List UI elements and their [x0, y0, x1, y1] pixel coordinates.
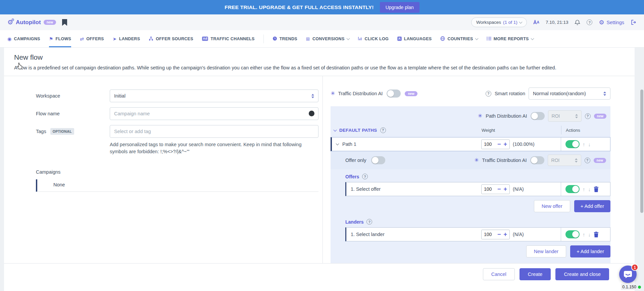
path-tdai-metric-value: ROI — [551, 158, 560, 163]
nav-languages[interactable]: A LANGUAGES — [397, 30, 432, 47]
upgrade-plan-button[interactable]: Upgrade plan — [380, 2, 419, 13]
help-icon[interactable]: ? — [587, 19, 592, 25]
lander-select-label[interactable]: 1. Select lander — [351, 232, 385, 237]
nav-offers[interactable]: ⇄ OFFERS — [80, 30, 104, 47]
new-offer-button[interactable]: New offer — [534, 200, 570, 212]
offers-help-icon[interactable]: ? — [362, 174, 368, 179]
lander-enabled-toggle[interactable] — [565, 230, 580, 238]
flows-flag-icon: ⚑ — [49, 37, 53, 41]
add-offer-button[interactable]: + Add offer — [574, 200, 610, 212]
nav-traffic-channels[interactable]: Ad TRAFFIC CHANNELS — [202, 30, 255, 47]
move-up-icon[interactable]: ↑ — [583, 142, 585, 147]
path-weight-input[interactable] — [484, 141, 495, 147]
weight-minus-button[interactable]: − — [497, 186, 501, 192]
offer-enabled-toggle[interactable] — [565, 185, 580, 193]
weight-plus-button[interactable]: + — [504, 231, 507, 237]
brand[interactable]: ⚙⚙ Autopilot new — [7, 19, 56, 26]
flow-name-input[interactable] — [110, 107, 318, 120]
page-scrollbar[interactable] — [640, 90, 643, 213]
nav-landers[interactable]: ➤ LANDERS — [113, 30, 140, 47]
path-enabled-toggle[interactable] — [565, 140, 580, 148]
nav-flows[interactable]: ⚑ FLOWS — [49, 30, 71, 47]
bookmark-icon[interactable] — [62, 19, 67, 26]
new-lander-button[interactable]: New lander — [526, 245, 566, 257]
title-section: New flow A flow is a predefined set of c… — [4, 48, 635, 76]
nav-campaigns[interactable]: ◉ CAMPAIGNS — [7, 30, 40, 47]
offer-only-toggle[interactable] — [371, 156, 385, 164]
landers-title: Landers — [345, 219, 363, 225]
path-tdai-toggle[interactable] — [530, 156, 544, 164]
default-paths-help-icon[interactable]: ? — [380, 127, 386, 133]
create-and-close-button[interactable]: Create and close — [555, 268, 609, 280]
path-weight-group: − + — [481, 139, 510, 149]
offer-weight-percent: (N/A) — [513, 186, 524, 192]
weight-plus-button[interactable]: + — [504, 141, 507, 147]
landers-help-icon[interactable]: ? — [366, 219, 372, 225]
move-up-icon[interactable]: ↑ — [583, 232, 585, 237]
create-button[interactable]: Create — [519, 268, 551, 280]
nav-offer-sources[interactable]: OFFER SOURCES — [149, 30, 193, 47]
pdai-toggle[interactable] — [531, 112, 545, 120]
app-header: ⚙⚙ Autopilot new Workspaces (1 of 1) ĀA … — [0, 14, 644, 30]
path-row[interactable]: Path 1 − + (100.00%) ↑ ↓ — [331, 137, 610, 151]
notifications-bell-icon[interactable] — [575, 19, 580, 25]
logout-icon[interactable] — [631, 19, 637, 25]
default-paths-title-group[interactable]: DEFAULT PATHS ? — [334, 127, 386, 133]
move-up-icon[interactable]: ↑ — [583, 187, 585, 192]
smart-rotation-label: Smart rotation — [495, 91, 525, 96]
chevron-down-icon — [346, 37, 350, 40]
content-columns: Workspace Initial Flow name Tags — [4, 76, 635, 263]
weight-column-header: Weight — [482, 128, 495, 133]
select-stepper-icon — [603, 92, 606, 96]
workspace-select[interactable]: Initial — [110, 90, 318, 102]
offers-shuffle-icon: ⇄ — [80, 37, 84, 41]
delete-offer-trash-icon[interactable] — [594, 186, 599, 192]
add-lander-button[interactable]: + Add lander — [570, 245, 610, 257]
tags-optional-badge: OPTIONAL — [50, 128, 74, 135]
move-down-icon[interactable]: ↓ — [588, 187, 591, 192]
offer-only-row: Offer only ✳ Traffic Distribution AI ROI… — [331, 151, 610, 169]
weight-minus-button[interactable]: − — [497, 231, 501, 237]
path-tdai-help-icon[interactable]: ? — [585, 158, 590, 163]
pdai-metric-value: ROI — [552, 113, 560, 119]
settings-gear-icon[interactable]: ⚙ — [599, 19, 604, 25]
offer-select-label[interactable]: 1. Select offer — [351, 186, 381, 192]
nav-countries[interactable]: COUNTRIES — [440, 30, 478, 47]
landers-section-header: Landers ? — [331, 213, 610, 227]
lander-weight-input[interactable] — [484, 232, 495, 237]
languages-icon: A — [397, 37, 402, 41]
pdai-metric-select[interactable]: ROI — [548, 110, 582, 122]
nav-trends[interactable]: TRENDS — [273, 30, 297, 47]
tags-input[interactable] — [110, 125, 318, 138]
tdai-toggle[interactable] — [387, 90, 401, 98]
move-down-icon[interactable]: ↓ — [588, 142, 591, 147]
conversions-grid-icon: ⊞ — [306, 37, 310, 41]
offer-weight-input[interactable] — [484, 186, 495, 192]
workspaces-selector[interactable]: Workspaces (1 of 1) — [471, 17, 527, 27]
tags-help-text: Add personalized tags to make your searc… — [110, 141, 314, 155]
pdai-help-icon[interactable]: ? — [585, 113, 591, 119]
default-paths-title: DEFAULT PATHS — [339, 128, 377, 133]
banner-message: FREE TRIAL. UPGRADE & GET FULL ACCESS IN… — [225, 4, 374, 10]
nav-more-reports[interactable]: MORE REPORTS — [487, 30, 534, 47]
chevron-down-icon — [475, 37, 478, 40]
collapse-chevron-icon — [334, 128, 337, 132]
cancel-button[interactable]: Cancel — [483, 268, 515, 280]
delete-lander-trash-icon[interactable] — [594, 232, 599, 237]
translate-icon[interactable]: ĀA — [533, 19, 539, 25]
weight-plus-button[interactable]: + — [504, 186, 507, 192]
workspace-value: Initial — [114, 93, 126, 99]
move-down-icon[interactable]: ↓ — [588, 232, 591, 237]
smart-rotation-help-icon[interactable]: ? — [486, 91, 491, 97]
smart-rotation-select[interactable]: Normal rotation(random) — [529, 88, 610, 100]
path-tdai-metric-select[interactable]: ROI — [548, 155, 581, 166]
chevron-down-icon — [531, 37, 534, 40]
autopilot-gears-icon: ⚙⚙ — [7, 19, 13, 25]
chat-widget-button[interactable]: 1 — [619, 266, 637, 283]
settings-label[interactable]: Settings — [607, 20, 624, 25]
datetime: 7.10, 21:13 — [546, 20, 568, 25]
weight-minus-button[interactable]: − — [497, 141, 501, 147]
nav-click-log[interactable]: CLICK LOG — [358, 30, 389, 47]
nav-conversions[interactable]: ⊞ CONVERSIONS — [306, 30, 349, 47]
flow-color-dot[interactable] — [309, 111, 314, 116]
